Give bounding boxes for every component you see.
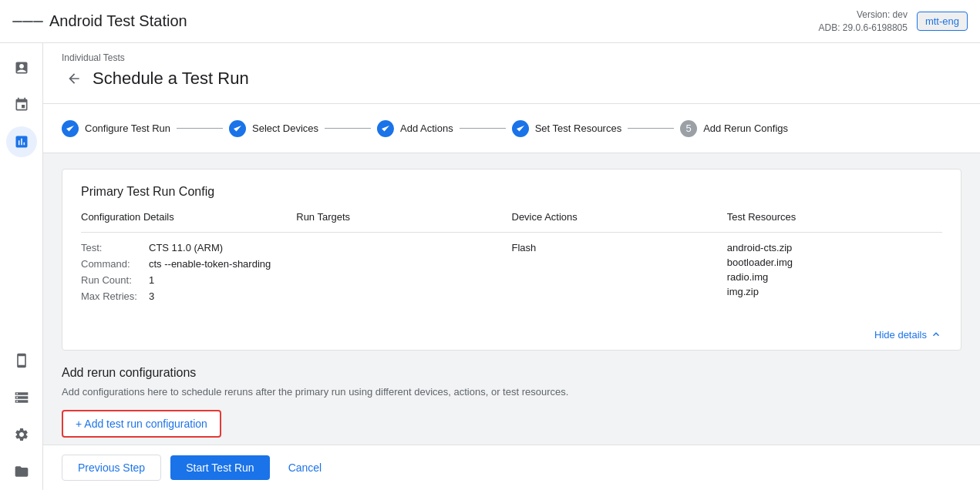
step-line-1 <box>177 128 223 129</box>
config-grid: Configuration Details Test: CTS 11.0 (AR… <box>81 211 942 307</box>
page-header: Individual Tests Schedule a Test Run <box>43 43 980 104</box>
resource-4: img.zip <box>727 286 942 297</box>
step-5-label: Add Rerun Configs <box>703 123 788 134</box>
menu-icon[interactable] <box>12 6 43 37</box>
rerun-section-desc: Add configurations here to schedule reru… <box>62 386 961 398</box>
col-header-testresources: Test Resources <box>727 211 942 233</box>
step-4: Set Test Resources <box>512 120 621 137</box>
config-row-command: Command: cts --enable-token-sharding <box>81 258 296 270</box>
card-title: Primary Test Run Config <box>81 185 942 199</box>
previous-step-button[interactable]: Previous Step <box>62 455 161 481</box>
config-label-maxretries: Max Retries: <box>81 290 143 302</box>
col-header-deviceactions: Device Actions <box>512 211 727 233</box>
config-value-maxretries: 3 <box>149 290 154 302</box>
primary-config-card: Primary Test Run Config Configuration De… <box>62 169 961 351</box>
resource-2: bootloader.img <box>727 257 942 268</box>
config-value-runcount: 1 <box>149 274 154 286</box>
sidebar-item-tests[interactable] <box>6 52 37 83</box>
resource-1: android-cts.zip <box>727 242 942 253</box>
config-value-command: cts --enable-token-sharding <box>149 258 271 270</box>
cancel-button[interactable]: Cancel <box>279 455 332 480</box>
step-line-3 <box>460 128 506 129</box>
step-4-icon <box>512 120 529 137</box>
app-title: Android Test Station <box>49 12 819 30</box>
step-5-icon: 5 <box>680 120 697 137</box>
top-nav: Android Test Station Version: dev ADB: 2… <box>0 0 980 43</box>
config-label-command: Command: <box>81 258 143 270</box>
step-1-label: Configure Test Run <box>85 123 170 134</box>
add-config-button[interactable]: + Add test run configuration <box>62 410 221 438</box>
stepper-bar: Configure Test Run Select Devices Add Ac… <box>43 104 980 153</box>
back-button[interactable] <box>62 66 86 91</box>
sidebar-item-settings[interactable] <box>6 419 37 450</box>
main-content: Primary Test Run Config Configuration De… <box>43 153 980 445</box>
rerun-section-title: Add rerun configurations <box>62 366 961 380</box>
device-actions-list: Flash <box>512 242 727 253</box>
col-header-details: Configuration Details <box>81 211 296 233</box>
resource-3: radio.img <box>727 271 942 283</box>
step-2-icon <box>229 120 246 137</box>
step-5: 5 Add Rerun Configs <box>680 120 788 137</box>
hide-details-button[interactable]: Hide details <box>874 328 942 341</box>
hide-details-row: Hide details <box>62 322 961 350</box>
step-4-label: Set Test Resources <box>535 123 621 134</box>
hide-details-label: Hide details <box>874 329 927 341</box>
config-row-maxretries: Max Retries: 3 <box>81 290 296 302</box>
config-col-details: Configuration Details Test: CTS 11.0 (AR… <box>81 211 296 307</box>
step-2: Select Devices <box>229 120 318 137</box>
sidebar-item-analytics[interactable] <box>6 126 37 157</box>
step-line-2 <box>325 128 371 129</box>
step-2-label: Select Devices <box>252 123 318 134</box>
config-col-deviceactions: Device Actions Flash <box>512 211 727 307</box>
col-header-runtargets: Run Targets <box>296 211 511 233</box>
sidebar-item-calendar[interactable] <box>6 89 37 120</box>
config-row-test: Test: CTS 11.0 (ARM) <box>81 242 296 253</box>
sidebar-item-device[interactable] <box>6 345 37 376</box>
step-3: Add Actions <box>377 120 453 137</box>
test-resources-list: android-cts.zip bootloader.img radio.img… <box>727 242 942 297</box>
step-3-label: Add Actions <box>400 123 453 134</box>
config-col-runtargets: Run Targets <box>296 211 511 307</box>
config-col-testresources: Test Resources android-cts.zip bootloade… <box>727 211 942 307</box>
step-line-4 <box>628 128 674 129</box>
env-badge[interactable]: mtt-eng <box>917 12 968 31</box>
main-layout: Individual Tests Schedule a Test Run Con… <box>0 43 980 490</box>
sidebar <box>0 43 43 490</box>
footer-bar: Previous Step Start Test Run Cancel <box>43 445 980 490</box>
step-1-icon <box>62 120 79 137</box>
start-test-run-button[interactable]: Start Test Run <box>170 455 269 480</box>
sidebar-item-folder[interactable] <box>6 456 37 487</box>
page-title: Schedule a Test Run <box>93 69 249 89</box>
step-3-icon <box>377 120 394 137</box>
config-label-test: Test: <box>81 242 143 253</box>
sidebar-item-storage[interactable] <box>6 382 37 413</box>
config-row-runcount: Run Count: 1 <box>81 274 296 286</box>
config-label-runcount: Run Count: <box>81 274 143 286</box>
config-value-test: CTS 11.0 (ARM) <box>149 242 223 253</box>
device-action-flash: Flash <box>512 242 727 253</box>
step-1: Configure Test Run <box>62 120 170 137</box>
rerun-section: Add rerun configurations Add configurati… <box>62 366 961 438</box>
breadcrumb: Individual Tests <box>62 52 961 63</box>
version-info: Version: dev ADB: 29.0.6-6198805 <box>819 8 908 35</box>
